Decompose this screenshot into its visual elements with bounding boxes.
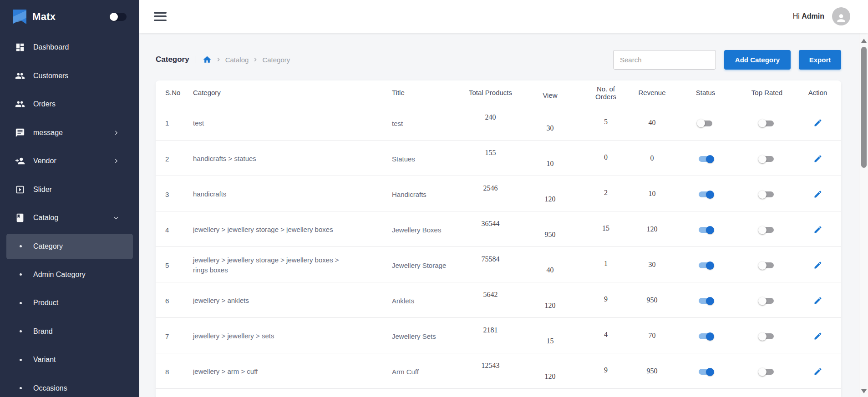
sidebar-item-catalog[interactable]: Catalog bbox=[0, 204, 139, 232]
top-rated-toggle[interactable] bbox=[759, 332, 775, 341]
row-view: 40 bbox=[547, 266, 554, 274]
edit-button[interactable] bbox=[813, 190, 822, 199]
column-header-total-products: Total Products bbox=[460, 80, 521, 105]
row-revenue: 950 bbox=[647, 367, 658, 375]
avatar[interactable] bbox=[832, 7, 850, 25]
sidebar-subitem-variant[interactable]: Variant bbox=[0, 346, 139, 374]
top-rated-toggle[interactable] bbox=[759, 191, 775, 199]
edit-button[interactable] bbox=[813, 367, 822, 376]
row-title: Jewellery Sets bbox=[392, 332, 436, 340]
row-orders: 15 bbox=[602, 224, 609, 232]
top-rated-toggle[interactable] bbox=[759, 226, 775, 234]
row-total-products: 5642 bbox=[483, 291, 498, 299]
status-toggle[interactable] bbox=[698, 261, 713, 270]
breadcrumb-link-category[interactable]: Category bbox=[262, 56, 290, 64]
sidebar-subitem-brand[interactable]: Brand bbox=[0, 317, 139, 346]
row-category: jewellery > jewellery > sets bbox=[193, 331, 274, 341]
status-toggle[interactable] bbox=[698, 226, 713, 234]
table-row: 2 handicrafts > statues Statues 155 10 0… bbox=[156, 140, 841, 176]
sidebar-subitem-product[interactable]: Product bbox=[0, 289, 139, 317]
row-orders: 9 bbox=[604, 295, 608, 303]
row-total-products: 75584 bbox=[482, 255, 500, 263]
status-toggle[interactable] bbox=[698, 119, 713, 127]
brand-name: Matx bbox=[32, 11, 110, 23]
sidebar-subitem-category[interactable]: Category bbox=[6, 234, 133, 259]
edit-button[interactable] bbox=[813, 225, 822, 234]
edit-button[interactable] bbox=[813, 154, 822, 163]
dashboard-icon bbox=[15, 42, 25, 52]
scroll-up-arrow-icon[interactable] bbox=[861, 39, 867, 43]
table-row: 8 jewellery > arm > cuff Arm Cuff 12543 … bbox=[156, 353, 841, 388]
status-toggle[interactable] bbox=[698, 368, 713, 376]
table-row: 5 jewellery > jewellery storage > jewell… bbox=[156, 246, 841, 282]
sidebar-item-dashboard[interactable]: Dashboard bbox=[0, 33, 139, 62]
row-category: jewellery > jewellery storage > jeweller… bbox=[193, 225, 333, 235]
sidebar-item-slider[interactable]: Slider bbox=[0, 176, 139, 204]
edit-button[interactable] bbox=[813, 261, 822, 270]
person-add-icon bbox=[15, 156, 25, 166]
topbar: Hi Admin bbox=[139, 0, 868, 33]
row-view: 120 bbox=[545, 302, 556, 310]
home-icon[interactable] bbox=[203, 55, 212, 64]
add-category-button[interactable]: Add Category bbox=[724, 50, 791, 70]
row-category: handicrafts > statues bbox=[193, 154, 256, 164]
sidebar-compact-toggle[interactable] bbox=[110, 13, 127, 21]
menu-icon[interactable] bbox=[154, 12, 167, 21]
table-row: 6 jewellery > anklets Anklets 5642 120 9… bbox=[156, 282, 841, 317]
sidebar-subitem-occasions[interactable]: Occasions bbox=[0, 374, 139, 397]
row-orders: 9 bbox=[604, 366, 608, 374]
top-rated-toggle[interactable] bbox=[759, 297, 775, 305]
page-title: Category bbox=[156, 55, 189, 64]
top-rated-toggle[interactable] bbox=[759, 368, 775, 376]
greeting: Hi Admin bbox=[793, 12, 824, 20]
export-button[interactable]: Export bbox=[799, 50, 841, 70]
top-rated-toggle[interactable] bbox=[759, 261, 775, 270]
sidebar-item-orders[interactable]: Orders bbox=[0, 90, 139, 119]
row-revenue: 10 bbox=[649, 190, 656, 198]
edit-button[interactable] bbox=[813, 118, 822, 127]
row-orders: 2 bbox=[604, 189, 608, 197]
status-toggle[interactable] bbox=[698, 297, 713, 305]
search-input[interactable] bbox=[613, 50, 716, 70]
category-table-card: S.No Category Title Total Products View … bbox=[156, 80, 841, 397]
sidebar-item-message[interactable]: message bbox=[0, 119, 139, 147]
status-toggle[interactable] bbox=[698, 155, 713, 163]
row-category: jewellery > anklets bbox=[193, 296, 249, 306]
breadcrumb: Category Catalog Category bbox=[156, 53, 290, 66]
row-revenue: 70 bbox=[649, 332, 656, 340]
row-orders: 1 bbox=[604, 260, 608, 268]
row-revenue: 0 bbox=[650, 154, 654, 162]
row-total-products: 2181 bbox=[483, 326, 498, 334]
row-revenue: 30 bbox=[649, 261, 656, 269]
breadcrumb-link-catalog[interactable]: Catalog bbox=[225, 56, 249, 64]
sidebar-item-vendor[interactable]: Vendor bbox=[0, 147, 139, 176]
row-title: test bbox=[392, 120, 403, 127]
scroll-down-arrow-icon[interactable] bbox=[861, 389, 867, 393]
bullet-icon bbox=[20, 302, 22, 304]
scrollbar-thumb[interactable] bbox=[861, 47, 867, 168]
vertical-scrollbar[interactable] bbox=[859, 33, 868, 397]
table-row: 3 handicrafts Handicrafts 2546 120 2 10 bbox=[156, 176, 841, 211]
pencil-icon bbox=[813, 296, 822, 305]
status-toggle[interactable] bbox=[698, 191, 713, 199]
main-content: Category Catalog Category Add Category E… bbox=[139, 33, 868, 397]
row-category: jewellery > jewellery storage > jeweller… bbox=[193, 255, 343, 275]
status-toggle[interactable] bbox=[698, 332, 713, 341]
bullet-icon bbox=[20, 387, 22, 389]
row-revenue: 950 bbox=[647, 296, 658, 304]
edit-button[interactable] bbox=[813, 296, 822, 305]
row-sno: 3 bbox=[165, 191, 169, 198]
row-category: handicrafts bbox=[193, 189, 226, 199]
edit-button[interactable] bbox=[813, 332, 822, 341]
sidebar-nav: Dashboard Customers Orders message Vendo… bbox=[0, 33, 139, 397]
row-total-products: 155 bbox=[485, 149, 496, 157]
row-orders: 4 bbox=[604, 331, 608, 339]
top-rated-toggle[interactable] bbox=[759, 119, 775, 127]
person-icon bbox=[835, 12, 847, 24]
chevron-right-icon bbox=[113, 158, 119, 164]
sidebar-subitem-admin-category[interactable]: Admin Category bbox=[0, 261, 139, 289]
top-rated-toggle[interactable] bbox=[759, 155, 775, 163]
row-title: Jewellery Storage bbox=[392, 261, 446, 269]
chevron-right-icon bbox=[215, 56, 222, 63]
sidebar-item-customers[interactable]: Customers bbox=[0, 62, 139, 90]
